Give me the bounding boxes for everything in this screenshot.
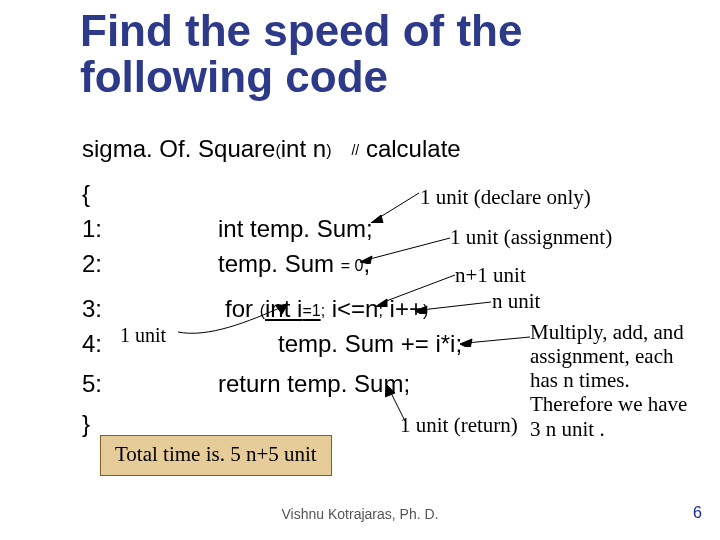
svg-marker-5 — [375, 299, 387, 307]
svg-marker-12 — [385, 385, 395, 397]
for-cond: i<=n — [325, 295, 378, 322]
code-line-2: temp. Sum = 0; — [218, 250, 370, 278]
comment-text: calculate — [359, 135, 460, 162]
arrow-multiply — [460, 331, 532, 347]
note-mul-l1: Multiply, add, and — [530, 320, 684, 344]
note-1unit: 1 unit — [120, 324, 166, 347]
for-init-eq: =1 — [302, 302, 320, 319]
code-line-1: int temp. Sum; — [218, 215, 373, 243]
func-name: sigma. Of. Square — [82, 135, 275, 162]
close-paren: ) — [326, 142, 331, 159]
svg-marker-8 — [276, 304, 288, 314]
svg-line-2 — [366, 238, 450, 260]
lineno-5: 5: — [82, 370, 102, 398]
note-nplus1: n+1 unit — [455, 263, 526, 287]
svg-line-9 — [466, 337, 530, 343]
slide-title: Find the speed of the following code — [80, 8, 680, 100]
svg-line-0 — [377, 193, 419, 219]
note-mul-l5: 3 n unit . — [530, 417, 605, 441]
total-time-box: Total time is. 5 n+5 unit — [100, 435, 332, 476]
svg-marker-1 — [371, 215, 383, 223]
svg-marker-3 — [360, 256, 372, 264]
arrow-return — [385, 385, 415, 423]
note-assign: 1 unit (assignment) — [450, 225, 612, 249]
lineno-3: 3: — [82, 295, 102, 323]
arrow-declare — [371, 187, 421, 223]
note-mul-l3: has n times. — [530, 368, 630, 392]
code-line-4: temp. Sum += i*i; — [278, 330, 462, 358]
footer-page-number: 6 — [693, 504, 702, 522]
func-arg: int n — [281, 135, 326, 162]
arrow-assign — [360, 232, 452, 264]
close-brace: } — [82, 410, 90, 438]
code-l2-a: temp. Sum — [218, 250, 341, 277]
lineno-2: 2: — [82, 250, 102, 278]
note-mul-l2: assignment, each — [530, 344, 673, 368]
arrow-1unit-init — [178, 302, 288, 342]
lineno-4: 4: — [82, 330, 102, 358]
arrow-nunit — [415, 296, 493, 314]
code-signature: sigma. Of. Square(int n) // calculate — [82, 135, 461, 163]
open-brace: { — [82, 180, 90, 208]
note-declare: 1 unit (declare only) — [420, 185, 591, 209]
note-return: 1 unit (return) — [400, 413, 518, 437]
note-multiply: Multiply, add, and assignment, each has … — [530, 320, 715, 441]
footer-author: Vishnu Kotrajaras, Ph. D. — [0, 506, 720, 522]
svg-marker-7 — [415, 306, 427, 314]
note-mul-l4: Therefore we have — [530, 392, 687, 416]
svg-marker-10 — [460, 339, 472, 347]
lineno-1: 1: — [82, 215, 102, 243]
svg-line-6 — [421, 302, 491, 310]
code-line-5: return temp. Sum; — [218, 370, 410, 398]
note-n: n unit — [492, 289, 540, 313]
